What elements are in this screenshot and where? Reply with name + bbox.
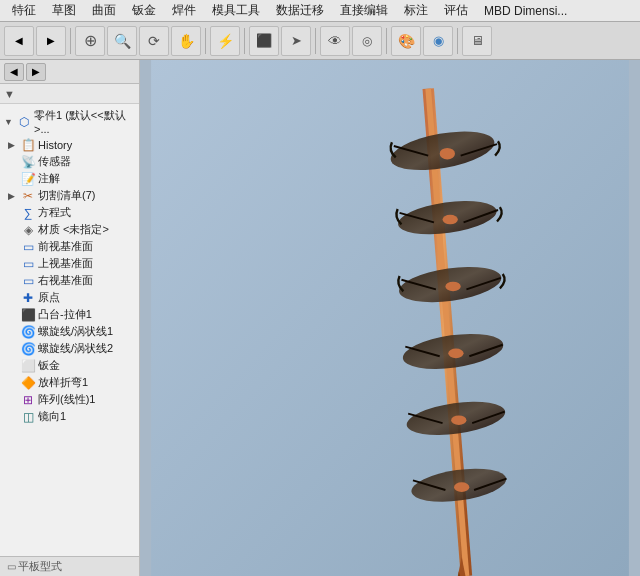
- tree-item-loftedbend-label: 放样折弯1: [38, 375, 88, 390]
- search-button[interactable]: ⊕: [75, 26, 105, 56]
- menu-item-surface[interactable]: 曲面: [84, 0, 124, 21]
- arrow-button[interactable]: ➤: [281, 26, 311, 56]
- sheetmetal-icon: ⬜: [21, 359, 35, 373]
- tree-item-cutlist-label: 切割清单(7): [38, 188, 95, 203]
- svg-rect-0: [151, 60, 629, 576]
- menu-item-weld[interactable]: 焊件: [164, 0, 204, 21]
- panel-back-button[interactable]: ◀: [4, 26, 34, 56]
- toolbar-separator-5: [386, 28, 387, 54]
- svg-point-8: [443, 215, 458, 225]
- menu-item-direct-edit[interactable]: 直接编辑: [332, 0, 396, 21]
- viewport[interactable]: [140, 60, 640, 576]
- panel-nav-forward[interactable]: ▶: [26, 63, 46, 81]
- menu-item-migrate[interactable]: 数据迁移: [268, 0, 332, 21]
- toolbar-separator-3: [244, 28, 245, 54]
- tree-item-annotation[interactable]: 📝 注解: [0, 170, 139, 187]
- tree-root-part[interactable]: ▼ ⬡ 零件1 (默认<<默认>...: [0, 106, 139, 137]
- menu-item-mold[interactable]: 模具工具: [204, 0, 268, 21]
- tree-item-extrude1-label: 凸台-拉伸1: [38, 307, 92, 322]
- tree-item-sheetmetal-label: 钣金: [38, 358, 60, 373]
- tree-item-loftedbend[interactable]: 🔶 放样折弯1: [0, 374, 139, 391]
- tree-item-pattern[interactable]: ⊞ 阵列(线性)1: [0, 391, 139, 408]
- tree-item-front-plane-label: 前视基准面: [38, 239, 93, 254]
- tree-item-helix1[interactable]: 🌀 螺旋线/涡状线1: [0, 323, 139, 340]
- left-panel: ◀ ▶ ▼ ▼ ⬡ 零件1 (默认<<默认>... ▶ 📋 History: [0, 60, 140, 576]
- eye-button[interactable]: 👁: [320, 26, 350, 56]
- box3d-button[interactable]: ⬛: [249, 26, 279, 56]
- bottom-panel: ▭ 平板型式: [0, 556, 139, 576]
- annotation-icon: 📝: [21, 172, 35, 186]
- loftedbend-icon: 🔶: [21, 376, 35, 390]
- tree-item-annotation-label: 注解: [38, 171, 60, 186]
- tree-item-cutlist[interactable]: ▶ ✂ 切割清单(7): [0, 187, 139, 204]
- equation-icon: ∑: [21, 206, 35, 220]
- eye2-button[interactable]: ◎: [352, 26, 382, 56]
- tree-item-history-label: History: [38, 139, 72, 151]
- tree-item-sheetmetal[interactable]: ⬜ 钣金: [0, 357, 139, 374]
- tree-item-front-plane[interactable]: ▭ 前视基准面: [0, 238, 139, 255]
- helix2-icon: 🌀: [21, 342, 35, 356]
- menu-item-sheetmetal[interactable]: 钣金: [124, 0, 164, 21]
- filter-bar: ▼: [0, 84, 139, 104]
- menu-item-annotation[interactable]: 标注: [396, 0, 436, 21]
- lightning-button[interactable]: ⚡: [210, 26, 240, 56]
- tree-item-equation-label: 方程式: [38, 205, 71, 220]
- tree-item-helix1-label: 螺旋线/涡状线1: [38, 324, 113, 339]
- menu-item-mbd[interactable]: MBD Dimensi...: [476, 2, 575, 20]
- toolbar-separator-4: [315, 28, 316, 54]
- menu-item-feature[interactable]: 特征: [4, 0, 44, 21]
- tree-item-right-plane[interactable]: ▭ 右视基准面: [0, 272, 139, 289]
- tree-root-label: 零件1 (默认<<默认>...: [34, 108, 135, 135]
- tree-item-origin[interactable]: ✚ 原点: [0, 289, 139, 306]
- menu-item-sketch[interactable]: 草图: [44, 0, 84, 21]
- extrude1-icon: ⬛: [21, 308, 35, 322]
- svg-point-12: [445, 282, 460, 292]
- left-panel-top: ◀ ▶: [0, 60, 139, 84]
- svg-point-20: [451, 415, 466, 425]
- part-icon: ⬡: [17, 115, 31, 129]
- tree-item-mirror-label: 镜向1: [38, 409, 66, 424]
- mirror-icon: ◫: [21, 410, 35, 424]
- color2-button[interactable]: ◉: [423, 26, 453, 56]
- menu-item-evaluate[interactable]: 评估: [436, 0, 476, 21]
- 3d-scene: [140, 60, 640, 576]
- flatpattern-icon: ▭: [4, 561, 18, 572]
- material-icon: ◈: [21, 223, 35, 237]
- tree-item-origin-label: 原点: [38, 290, 60, 305]
- screen-button[interactable]: 🖥: [462, 26, 492, 56]
- origin-icon: ✚: [21, 291, 35, 305]
- tree-item-sensor[interactable]: 📡 传感器: [0, 153, 139, 170]
- tree-item-top-plane-label: 上视基准面: [38, 256, 93, 271]
- main-layout: ◀ ▶ ▼ ▼ ⬡ 零件1 (默认<<默认>... ▶ 📋 History: [0, 60, 640, 576]
- svg-point-16: [448, 349, 463, 359]
- tree-item-history[interactable]: ▶ 📋 History: [0, 137, 139, 153]
- tree-item-right-plane-label: 右视基准面: [38, 273, 93, 288]
- tree-item-helix2[interactable]: 🌀 螺旋线/涡状线2: [0, 340, 139, 357]
- toolbar: ◀ ▶ ⊕ 🔍 ⟳ ✋ ⚡ ⬛ ➤ 👁 ◎ 🎨 ◉ 🖥: [0, 22, 640, 60]
- tree-item-mirror[interactable]: ◫ 镜向1: [0, 408, 139, 425]
- pattern-icon: ⊞: [21, 393, 35, 407]
- rotate-button[interactable]: ⟳: [139, 26, 169, 56]
- tree-item-material[interactable]: ◈ 材质 <未指定>: [0, 221, 139, 238]
- tree-item-equation[interactable]: ∑ 方程式: [0, 204, 139, 221]
- feature-tree: ▼ ⬡ 零件1 (默认<<默认>... ▶ 📋 History 📡 传感器 📝 …: [0, 104, 139, 556]
- panel-forward-button[interactable]: ▶: [36, 26, 66, 56]
- panel-nav-back[interactable]: ◀: [4, 63, 24, 81]
- color-button[interactable]: 🎨: [391, 26, 421, 56]
- pan-button[interactable]: ✋: [171, 26, 201, 56]
- tree-item-extrude1[interactable]: ⬛ 凸台-拉伸1: [0, 306, 139, 323]
- history-expand: ▶: [8, 140, 18, 150]
- bottom-label: 平板型式: [18, 559, 62, 574]
- root-expand-arrow: ▼: [4, 117, 14, 127]
- tree-item-sensor-label: 传感器: [38, 154, 71, 169]
- tree-item-pattern-label: 阵列(线性)1: [38, 392, 95, 407]
- zoom-button[interactable]: 🔍: [107, 26, 137, 56]
- toolbar-separator-2: [205, 28, 206, 54]
- svg-point-24: [454, 482, 469, 492]
- tree-item-top-plane[interactable]: ▭ 上视基准面: [0, 255, 139, 272]
- top-plane-icon: ▭: [21, 257, 35, 271]
- cutlist-icon: ✂: [21, 189, 35, 203]
- cutlist-expand: ▶: [8, 191, 18, 201]
- history-icon: 📋: [21, 138, 35, 152]
- right-plane-icon: ▭: [21, 274, 35, 288]
